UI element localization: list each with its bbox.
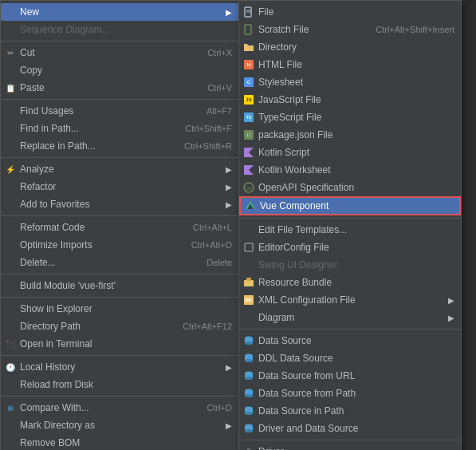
menu-item-reload-disk[interactable]: Reload from Disk [1, 376, 238, 393]
sub-menu-new: File Scratch File Ctrl+Alt+Shift+Insert … [238, 0, 462, 450]
arrow-icon: ▶ [448, 296, 454, 305]
svg-point-30 [245, 359, 253, 362]
file-icon [242, 6, 255, 18]
arrow-icon: ▶ [226, 200, 232, 209]
sub-menu-item-directory[interactable]: Directory [239, 38, 461, 56]
menu-item-paste[interactable]: 📋 Paste Ctrl+V [1, 79, 238, 97]
terminal-icon: ⬛ [4, 338, 17, 350]
menu-item-cut[interactable]: ✂ Cut Ctrl+X [1, 44, 238, 61]
menu-item-local-history[interactable]: 🕐 Local History ▶ [1, 358, 238, 376]
sub-menu-item-typescript[interactable]: TS TypeScript File [239, 109, 461, 126]
menu-item-analyze[interactable]: ⚡ Analyze ▶ [1, 160, 238, 178]
menu-item-sequence-diagram: Sequence Diagram... [1, 21, 238, 38]
sub-menu-item-swing: Swing UI Designer [239, 256, 461, 274]
sub-menu-item-resource-bundle[interactable]: Resource Bundle [239, 274, 461, 291]
datasource-icon [242, 334, 255, 347]
xml-icon: XML [242, 294, 255, 306]
js-icon: JS [242, 93, 255, 106]
sub-menu-item-scratch-file[interactable]: Scratch File Ctrl+Alt+Shift+Insert [239, 21, 461, 38]
resource-icon [242, 276, 255, 289]
svg-text:C: C [247, 80, 251, 85]
svg-point-33 [245, 377, 253, 380]
driver-icon [242, 445, 255, 450]
arrow-icon: ▶ [226, 363, 232, 372]
sub-menu-item-file[interactable]: File [239, 3, 461, 21]
svg-text:H: H [247, 62, 250, 67]
sub-menu-item-openapi[interactable]: OA OpenAPI Specification [239, 179, 461, 196]
stylesheet-icon: C [242, 76, 255, 89]
menu-item-new[interactable]: New ▶ [1, 3, 238, 21]
arrow-icon: ▶ [448, 314, 454, 322]
ts-icon: TS [242, 111, 255, 124]
main-menu: New ▶ Sequence Diagram... ✂ Cut Ctrl+X C… [0, 0, 239, 450]
sub-menu-item-driver[interactable]: Driver [239, 443, 461, 450]
menu-item-find-in-path[interactable]: Find in Path... Ctrl+Shift+F [1, 120, 238, 137]
html-icon: H [242, 58, 255, 71]
menu-item-optimize-imports[interactable]: Optimize Imports Ctrl+Alt+O [1, 236, 238, 254]
arrow-icon: ▶ [226, 183, 232, 191]
menu-item-mark-directory[interactable]: Mark Directory as ▶ [1, 416, 238, 434]
sub-menu-item-datasource-in-path[interactable]: Data Source in Path [239, 402, 461, 420]
kotlin-worksheet-icon [242, 164, 255, 176]
menu-item-replace-in-path[interactable]: Replace in Path... Ctrl+Shift+R [1, 137, 238, 155]
svg-point-42 [245, 429, 253, 432]
menu-item-add-favorites[interactable]: Add to Favorites ▶ [1, 195, 238, 213]
arrow-icon: ▶ [226, 8, 232, 17]
menu-item-directory-path[interactable]: Directory Path Ctrl+Alt+F12 [1, 318, 238, 335]
svg-point-27 [245, 341, 253, 345]
divider [1, 41, 238, 41]
arrow-icon: ▶ [226, 165, 232, 174]
menu-item-reformat-code[interactable]: Reformat Code Ctrl+Alt+L [1, 219, 238, 236]
sub-menu-item-kotlin-worksheet[interactable]: Kotlin Worksheet [239, 161, 461, 179]
datasource-in-icon [242, 405, 255, 417]
sub-menu-item-stylesheet[interactable]: C Stylesheet [239, 73, 461, 91]
history-icon: 🕐 [4, 361, 17, 373]
menu-item-build-module[interactable]: Build Module 'vue-first' [1, 277, 238, 294]
arrow-icon: ▶ [226, 421, 232, 430]
sub-menu-item-javascript[interactable]: JS JavaScript File [239, 91, 461, 109]
divider [1, 274, 238, 274]
menu-item-open-terminal[interactable]: ⬛ Open in Terminal [1, 335, 238, 353]
svg-rect-22 [246, 278, 251, 281]
menu-item-show-explorer[interactable]: Show in Explorer [1, 300, 238, 318]
menu-item-compare-with[interactable]: ⊕ Compare With... Ctrl+D [1, 399, 238, 416]
context-menu-container: New ▶ Sequence Diagram... ✂ Cut Ctrl+X C… [0, 0, 239, 450]
pkg-icon: { } [242, 128, 255, 141]
menu-item-refactor[interactable]: Refactor ▶ [1, 178, 238, 195]
sub-menu-item-datasource-path[interactable]: Data Source from Path [239, 385, 461, 402]
divider [239, 440, 461, 440]
openapi-icon: OA [242, 181, 255, 194]
sub-menu-item-datasource-url[interactable]: Data Source from URL [239, 367, 461, 385]
divider [1, 157, 238, 158]
svg-point-36 [245, 394, 253, 397]
divider [239, 218, 461, 219]
driver-datasource-icon [242, 422, 255, 435]
svg-text:JS: JS [246, 97, 251, 102]
svg-marker-14 [244, 148, 254, 157]
svg-text:TS: TS [246, 115, 252, 120]
sub-menu-item-diagram[interactable]: Diagram ▶ [239, 309, 461, 326]
compare-icon: ⊕ [4, 401, 17, 414]
svg-rect-3 [245, 25, 251, 34]
sub-menu-item-edit-templates[interactable]: Edit File Templates... [239, 221, 461, 239]
menu-item-remove-bom[interactable]: Remove BOM [1, 434, 238, 450]
sub-menu-item-xml-config[interactable]: XML XML Configuration File ▶ [239, 291, 461, 309]
sub-menu-item-package-json[interactable]: { } package.json File [239, 126, 461, 144]
svg-text:{ }: { } [247, 132, 251, 137]
sub-menu-item-editorconfig[interactable]: EditorConfig File [239, 239, 461, 256]
menu-item-copy[interactable]: Copy [1, 61, 238, 79]
divider [1, 396, 238, 397]
menu-item-delete[interactable]: Delete... Delete [1, 254, 238, 271]
ddl-icon [242, 352, 255, 365]
sub-menu-item-kotlin-script[interactable]: Kotlin Script [239, 144, 461, 161]
sub-menu-item-driver-datasource[interactable]: Driver and Data Source [239, 420, 461, 437]
divider [239, 329, 461, 330]
sub-menu-item-html[interactable]: H HTML File [239, 56, 461, 73]
sub-menu-item-ddl-data-source[interactable]: DDL Data Source [239, 349, 461, 367]
paste-icon: 📋 [4, 81, 17, 94]
sub-menu-item-data-source[interactable]: Data Source [239, 332, 461, 349]
datasource-path-icon [242, 387, 255, 400]
sub-menu-item-vue-component[interactable]: Vue Component [239, 196, 461, 215]
menu-item-find-usages[interactable]: Find Usages Alt+F7 [1, 102, 238, 120]
directory-icon [242, 41, 255, 53]
